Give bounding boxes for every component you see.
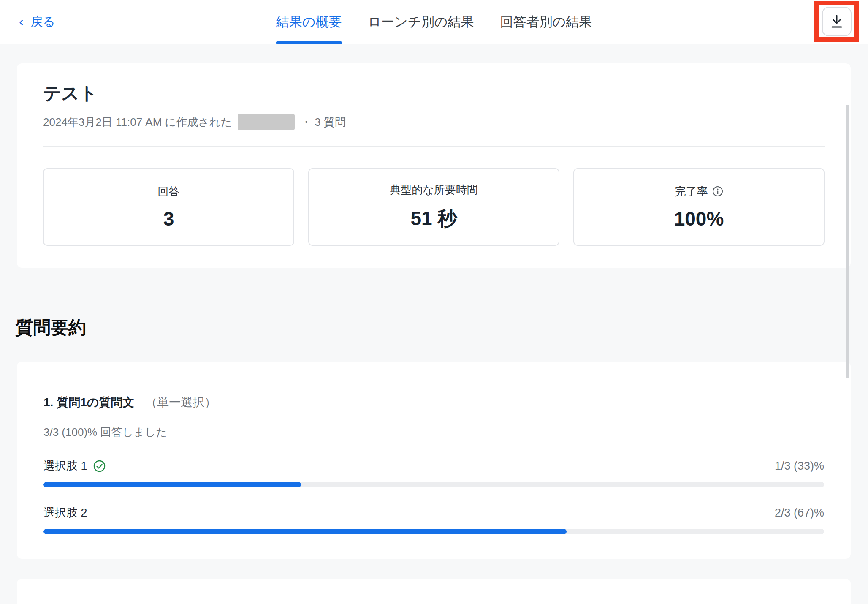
stat-label: 回答	[158, 184, 180, 199]
stat-label: 完了率	[675, 184, 708, 199]
survey-meta-line: 2024年3月2日 11:07 AM に作成された ・ 3 質問	[43, 114, 825, 130]
tab-results-by-respondent[interactable]: 回答者別の結果	[500, 0, 592, 44]
survey-overview-card: テスト 2024年3月2日 11:07 AM に作成された ・ 3 質問 回答 …	[17, 63, 851, 268]
question-answered-stats: 3/3 (100)% 回答しました	[43, 425, 824, 440]
active-tab-underline	[276, 41, 342, 44]
stats-row: 回答 3 典型的な所要時間 51 秒 完了率	[43, 168, 825, 246]
choice-progress-fill	[43, 529, 567, 534]
stat-value: 51 秒	[411, 206, 457, 232]
tab-label: 結果の概要	[276, 13, 342, 31]
choice-result-value: 2/3 (67)%	[775, 506, 824, 520]
results-tabs: 結果の概要 ローンチ別の結果 回答者別の結果	[276, 0, 592, 44]
stat-card-completion-rate: 完了率 100%	[573, 168, 825, 246]
vertical-scrollbar-thumb[interactable]	[846, 105, 849, 378]
choice-row: 選択肢 1 1/3 (33)%	[43, 458, 824, 473]
redacted-author-name	[238, 114, 295, 130]
tab-label: 回答者別の結果	[500, 13, 592, 31]
stat-label-with-info: 完了率	[675, 184, 723, 199]
back-button-label: 戻る	[30, 14, 55, 30]
results-overview-panel: テスト 2024年3月2日 11:07 AM に作成された ・ 3 質問 回答 …	[0, 44, 868, 604]
correct-answer-check-icon	[93, 460, 106, 472]
download-button[interactable]	[822, 7, 852, 36]
tab-results-overview[interactable]: 結果の概要	[276, 0, 342, 44]
choice-label-wrap: 選択肢 1	[43, 458, 106, 473]
tab-label: ローンチ別の結果	[368, 13, 474, 31]
choice-label: 選択肢 2	[43, 505, 87, 520]
divider	[43, 146, 825, 147]
info-icon[interactable]	[712, 186, 723, 197]
choice-result-value: 1/3 (33)%	[775, 460, 824, 473]
survey-created-text: 2024年3月2日 11:07 AM に作成された	[43, 114, 232, 130]
question-type-label: （単一選択）	[145, 395, 216, 411]
choice-label: 選択肢 1	[43, 458, 87, 473]
stat-value: 3	[163, 207, 174, 230]
survey-title: テスト	[43, 83, 825, 104]
choice-progress-track	[43, 529, 824, 534]
question-summary-heading: 質問要約	[15, 316, 868, 340]
stat-card-typical-time: 典型的な所要時間 51 秒	[308, 168, 559, 246]
choice-progress-fill	[43, 482, 301, 487]
choice-label-wrap: 選択肢 2	[43, 505, 87, 520]
question-card-2: 2. 質問2の質問文 （複数選択）	[17, 579, 851, 604]
question-title: 1. 質問1の質問文	[43, 395, 134, 411]
question-card-1: 1. 質問1の質問文 （単一選択） 3/3 (100)% 回答しました 選択肢 …	[17, 362, 851, 559]
top-navigation-bar: ‹ 戻る 結果の概要 ローンチ別の結果 回答者別の結果	[0, 0, 868, 44]
choice-row: 選択肢 2 2/3 (67)%	[43, 505, 824, 520]
survey-question-count: ・ 3 質問	[301, 114, 346, 130]
chevron-left-icon: ‹	[19, 14, 24, 28]
back-button[interactable]: ‹ 戻る	[19, 0, 55, 44]
tab-results-by-launch[interactable]: ローンチ別の結果	[368, 0, 474, 44]
choice-progress-track	[43, 482, 824, 487]
question-title-row: 1. 質問1の質問文 （単一選択）	[43, 395, 824, 411]
annotation-highlight-box	[814, 1, 859, 42]
stat-card-responses: 回答 3	[43, 168, 294, 246]
download-icon	[830, 15, 843, 28]
stat-label: 典型的な所要時間	[390, 182, 478, 197]
stat-value: 100%	[674, 207, 724, 230]
